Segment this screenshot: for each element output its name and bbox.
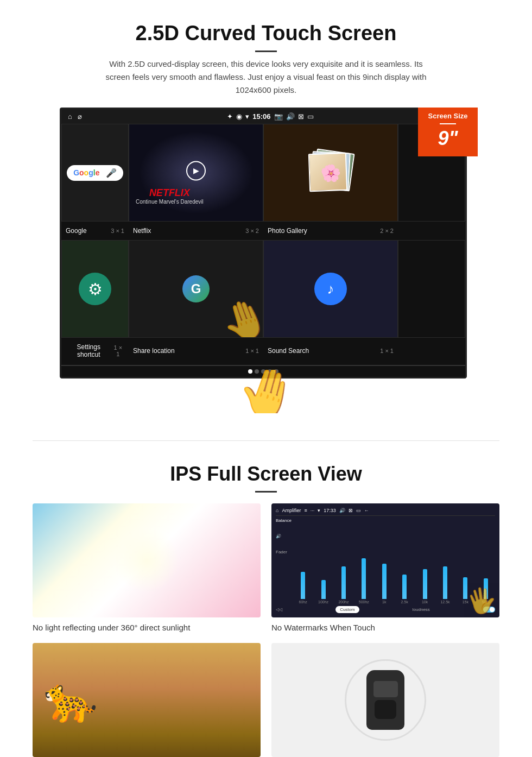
sound-search-cell[interactable]: ♪ [263, 240, 398, 338]
bar-125k [443, 566, 447, 599]
amplifier-image: ⌂ Amplifier ≡ ··· ▾ 17:33 🔊 ⊠ ▭ ← Balanc… [271, 503, 499, 617]
settings-label-size: 1 × 1 [112, 344, 124, 357]
sunlight-label: No light reflecting under 360° direct su… [33, 623, 261, 632]
wifi-icon: ▾ [245, 112, 249, 121]
google-label-name: Google [66, 227, 87, 235]
device-wrapper: Screen Size 9" ⌂ ⌀ ✦ ◉ ▾ 15:06 📷 🔊 ⊠ [60, 108, 472, 379]
sound-label-row: Sound Search 1 × 1 [263, 341, 398, 361]
bar-100hz [321, 580, 326, 599]
share-label-name: Share location [133, 347, 175, 355]
empty-cell-2 [398, 240, 465, 338]
amp-content: Balance 🔊 Fader 60hz 100hz [276, 516, 495, 604]
bar-label-25k: 2.5k [401, 600, 408, 604]
photo-3: 🌸 [308, 153, 347, 192]
amp-bar-1k: 1k [375, 564, 394, 604]
amp-back-icon: ← [364, 508, 369, 513]
sound-label-name: Sound Search [268, 347, 309, 355]
stacked-photos: 🌸 [309, 151, 352, 194]
bar-label-500hz: 500hz [359, 600, 369, 604]
sound-label-size: 1 × 1 [380, 348, 394, 354]
netflix-play-button[interactable]: ▶ [186, 161, 206, 180]
share-location-cell[interactable]: G 🤚 [129, 240, 263, 338]
features-grid: No light reflecting under 360° direct su… [33, 503, 499, 757]
badge-title: Screen Size [421, 112, 474, 121]
car-visual [271, 643, 499, 757]
share-label-row: Share location 1 × 1 [129, 341, 263, 361]
volume-icon: 🔊 [286, 112, 295, 121]
hand-icon: 🤚 [215, 292, 263, 338]
status-time: 15:06 [252, 112, 270, 121]
sunlight-visual [33, 503, 261, 617]
google-label-size: 3 × 1 [111, 228, 124, 234]
amp-vol-icon: 🔊 [339, 508, 345, 513]
settings-app-cell[interactable]: ⚙ [61, 240, 129, 338]
amp-bar-125k: 12.5k [436, 566, 454, 604]
curved-touch-section: 2.5D Curved Touch Screen With 2.5D curve… [0, 0, 532, 430]
netflix-label-name: Netflix [133, 227, 151, 235]
badge-divider [440, 123, 456, 124]
share-label-size: 1 × 1 [245, 348, 259, 354]
badge-size: 9" [438, 127, 458, 149]
settings-label-row: Settings shortcut 1 × 1 [61, 341, 129, 361]
gallery-label-name: Photo Gallery [268, 227, 307, 235]
cheetah-image: 🐆 [33, 643, 261, 757]
car-roof [375, 700, 396, 719]
netflix-subtitle: Continue Marvel's Daredevil [136, 199, 204, 205]
music-icon: ♪ [314, 273, 347, 305]
section2-title: IPS Full Screen View [33, 463, 499, 485]
amp-labels-col: Balance 🔊 Fader [276, 518, 292, 604]
app-labels-bottom: Settings shortcut 1 × 1 Share location 1… [61, 338, 465, 366]
amp-bar-10k: 10k [415, 569, 434, 604]
google-label: Google 3 × 1 [61, 225, 129, 237]
netflix-label-size: 3 × 2 [245, 228, 259, 234]
netflix-label-row: Netflix 3 × 2 [129, 225, 263, 237]
section2-divider [255, 491, 277, 493]
bar-label-1k: 1k [382, 600, 386, 604]
bar-60hz [301, 572, 305, 599]
bar-label-10k: 10k [422, 600, 428, 604]
amp-home-icon: ⌂ [276, 508, 278, 513]
empty-label-2 [398, 341, 465, 361]
amp-header: ⌂ Amplifier ≡ ··· ▾ 17:33 🔊 ⊠ ▭ ← [276, 508, 495, 516]
settings-icon: ⚙ [79, 273, 111, 305]
amp-arrow-icon: ◁◁ [276, 607, 282, 612]
amp-wifi-icon: ▾ [318, 508, 320, 513]
amp-custom-button[interactable]: Custom [335, 606, 359, 613]
section-divider [33, 440, 499, 441]
photo-gallery-cell[interactable]: 🌸 [263, 124, 398, 222]
android-screen: ⌂ ⌀ ✦ ◉ ▾ 15:06 📷 🔊 ⊠ ▭ [60, 108, 467, 379]
amp-balance-label: Balance [276, 518, 292, 523]
amp-hand-icon: 🖐 [464, 584, 499, 617]
bar-10k [423, 569, 427, 599]
google-mic-icon[interactable]: 🎤 [106, 168, 117, 178]
cheetah-icon: 🐆 [43, 674, 98, 726]
amp-bar-100hz: 100hz [314, 580, 332, 604]
ips-section: IPS Full Screen View No light reflecting… [0, 452, 532, 757]
usb-icon: ⌀ [78, 112, 82, 121]
amp-bar-500hz: 500hz [354, 558, 373, 604]
car-circle [345, 659, 426, 741]
gallery-label-size: 2 × 2 [380, 228, 394, 234]
feature-amplifier: ⌂ Amplifier ≡ ··· ▾ 17:33 🔊 ⊠ ▭ ← Balanc… [271, 503, 499, 632]
bar-500hz [362, 558, 366, 599]
amp-time: 17:33 [324, 508, 336, 513]
google-logo: Google [73, 168, 99, 177]
amplifier-visual: ⌂ Amplifier ≡ ··· ▾ 17:33 🔊 ⊠ ▭ ← Balanc… [271, 503, 499, 617]
amp-title: Amplifier [282, 508, 301, 513]
app-grid-bottom: ⚙ G 🤚 ♪ [61, 240, 465, 338]
car-windshield [373, 681, 398, 697]
amp-win-icon: ▭ [356, 508, 361, 513]
amp-footer: ◁◁ Custom loudness [276, 606, 495, 613]
car-body [366, 670, 404, 730]
netflix-app-cell[interactable]: ▶ NETFLIX Continue Marvel's Daredevil [129, 124, 263, 222]
google-search-bar[interactable]: Google 🎤 [67, 165, 123, 181]
status-left: ⌂ ⌀ [68, 112, 82, 121]
home-icon[interactable]: ⌂ [68, 112, 72, 121]
bar-1k [382, 564, 387, 599]
google-app-cell[interactable]: Google 🎤 [61, 124, 129, 222]
bar-label-60hz: 60hz [299, 600, 307, 604]
feature-sunlight: No light reflecting under 360° direct su… [33, 503, 261, 632]
empty-label-1 [398, 225, 465, 237]
bar-200hz [341, 566, 346, 599]
sunlight-image [33, 503, 261, 617]
